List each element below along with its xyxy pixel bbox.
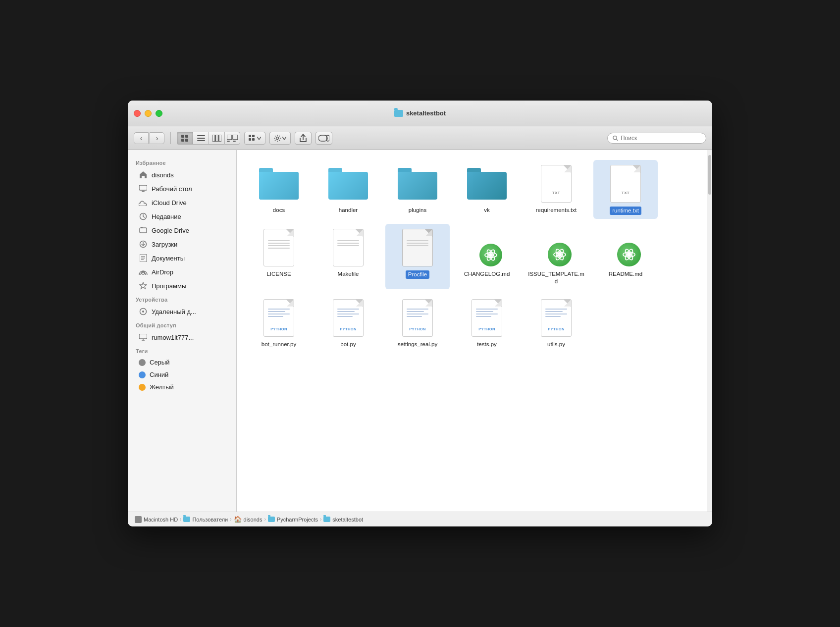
favorites-header: Избранное [128,156,236,168]
svg-line-22 [617,139,618,140]
yellow-tag-dot [139,384,146,391]
sidebar-item-blue[interactable]: Синий [131,368,233,381]
svg-point-21 [613,136,617,139]
file-item-bot-runner[interactable]: PYTHON bot_runner.py [247,294,311,352]
svg-rect-6 [197,140,205,141]
sidebar-item-gray[interactable]: Серый [131,356,233,368]
file-item-runtime[interactable]: TXT runtime.txt [593,160,658,219]
svg-rect-11 [233,135,238,140]
file-item-makefile[interactable]: Makefile [316,224,380,289]
sidebar-item-rumow[interactable]: rumow1lt777... [131,330,233,344]
breadcrumb-pycharm[interactable]: PycharmProjects [268,517,318,522]
file-icon-requirements: TXT [536,164,576,204]
view-gallery-btn[interactable] [224,132,240,145]
documents-icon [139,254,148,262]
home-bc-icon: 🏠 [234,516,242,523]
view-icon-btn[interactable] [177,132,193,145]
sidebar-item-yellow[interactable]: Желтый [131,381,233,393]
breadcrumb-macintosh[interactable]: Macintosh HD [135,516,178,523]
clock-icon [139,212,148,221]
monitor-icon [139,333,148,342]
minimize-button[interactable] [145,110,152,117]
close-button[interactable] [134,110,141,117]
svg-point-18 [276,137,279,139]
file-item-readme[interactable]: README.md [593,224,658,289]
settings-btn[interactable] [269,132,291,145]
maximize-button[interactable] [156,110,162,117]
tag-icon [318,135,329,142]
share-btn[interactable] [295,132,312,145]
file-item-settings-real[interactable]: PYTHON settings_real.py [385,294,450,352]
sidebar-item-label: Удаленный д... [152,308,196,315]
chevron-down-icon [257,137,261,140]
file-name-tests: tests.py [477,341,497,348]
search-input[interactable] [621,135,701,142]
scrollbar-thumb[interactable] [708,155,711,195]
svg-point-47 [627,253,631,257]
list-icon [197,135,205,142]
file-item-docs[interactable]: docs [247,160,311,219]
folder-icon-docs [259,164,299,204]
sidebar-item-airdrop[interactable]: AirDrop [131,265,233,279]
file-item-issue-template[interactable]: ISSUE_TEMPLATE.md [524,224,588,289]
finder-window: sketaltestbot ‹ › [128,101,712,526]
breadcrumb-sep-1: › [180,517,181,522]
file-icon-readme [606,228,645,267]
breadcrumb-sketaltestbot[interactable]: sketaltestbot [323,517,363,522]
breadcrumb-users[interactable]: Пользователи [183,517,228,522]
file-item-handler[interactable]: handler [316,160,380,219]
file-icon-makefile [328,228,368,267]
view-column-btn[interactable] [209,132,224,145]
sidebar-item-remote[interactable]: Удаленный д... [131,305,233,318]
svg-rect-15 [252,135,255,137]
sidebar-item-recent[interactable]: Недавние [131,209,233,223]
svg-rect-23 [139,185,147,190]
file-icon-bot: PYTHON [328,298,368,338]
search-box[interactable] [607,133,706,144]
file-name-procfile: Procfile [406,270,429,279]
view-dropdown-btn[interactable] [244,132,265,145]
back-button[interactable]: ‹ [134,132,149,144]
view-list-btn[interactable] [193,132,209,145]
breadcrumb-bar: Macintosh HD › Пользователи › 🏠 disonds … [128,512,712,526]
folder-icon-handler [328,164,368,204]
file-icon-issue-template [536,228,576,267]
sidebar-item-disonds[interactable]: disonds [131,168,233,182]
sidebar-item-downloads[interactable]: Загрузки [131,237,233,251]
sidebar-item-icloud[interactable]: iCloud Drive [131,196,233,209]
home-icon [139,170,148,179]
file-icon-license [259,228,299,267]
file-item-requirements[interactable]: TXT requirements.txt [524,160,588,219]
svg-rect-8 [215,135,218,142]
sidebar-item-desktop[interactable]: Рабочий стол [131,182,233,196]
grid2-icon [249,135,256,142]
forward-button[interactable]: › [150,132,164,144]
svg-rect-2 [181,139,184,142]
tag-btn[interactable] [315,132,332,145]
file-item-vk[interactable]: vk [455,160,519,219]
sidebar-item-label: Загрузки [152,241,177,248]
view-buttons [177,132,240,145]
folder-bc-icon [183,517,190,522]
share-icon [299,134,307,143]
file-item-license[interactable]: LICENSE [247,224,311,289]
file-item-procfile[interactable]: Procfile [385,224,450,289]
sidebar-item-documents[interactable]: Документы [131,251,233,265]
breadcrumb-disonds[interactable]: 🏠 disonds [234,516,262,523]
file-item-utils[interactable]: PYTHON utils.py [524,294,588,352]
file-name-requirements: requirements.txt [536,207,577,214]
columns-icon [212,135,221,142]
file-item-bot[interactable]: PYTHON bot.py [316,294,380,352]
blue-tag-dot [139,371,146,378]
file-item-tests[interactable]: PYTHON tests.py [455,294,519,352]
file-item-changelog[interactable]: CHANGELOG.md [455,224,519,289]
file-item-plugins[interactable]: plugins [385,160,450,219]
svg-rect-4 [197,135,205,136]
file-name-settings-real: settings_real.py [398,341,438,348]
svg-rect-10 [227,135,232,140]
sidebar-item-programs[interactable]: Программы [131,279,233,293]
toolbar: ‹ › [128,126,712,150]
sidebar-item-label: Программы [152,282,186,290]
sidebar-item-googledrive[interactable]: Google Drive [131,223,233,237]
devices-header: Устройства [128,293,236,305]
